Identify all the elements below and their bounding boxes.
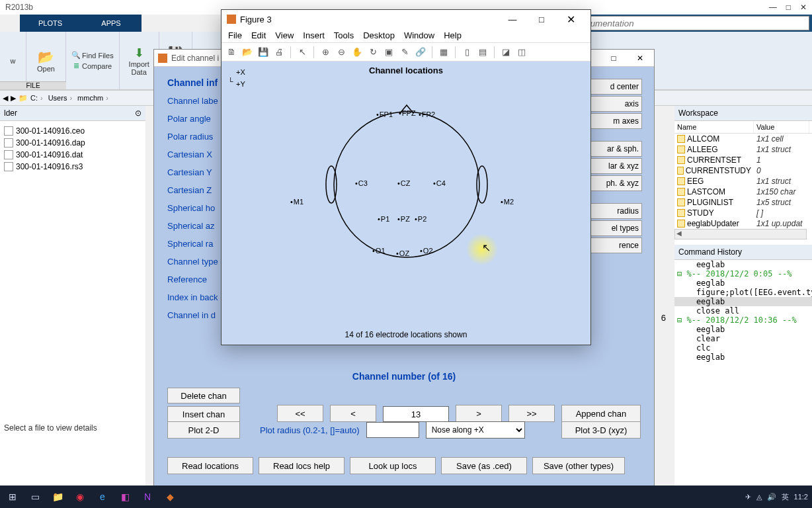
crumb-c[interactable]: C: bbox=[30, 94, 46, 102]
datatip-icon[interactable]: ▣ bbox=[383, 46, 395, 58]
side-button[interactable]: ar & sph. bbox=[583, 141, 642, 157]
print-icon[interactable]: 🖨 bbox=[273, 46, 285, 58]
maximize-icon[interactable]: □ bbox=[786, 3, 791, 12]
save-ced-button[interactable]: Save (as .ced) bbox=[441, 457, 527, 474]
append-chan-button[interactable]: Append chan bbox=[561, 405, 641, 422]
zoom-in-icon[interactable]: ⊕ bbox=[319, 46, 331, 58]
table-row[interactable]: eeglabUpdater1x1 up.updat bbox=[674, 218, 812, 229]
chrome-icon[interactable]: ◉ bbox=[71, 488, 89, 505]
side-button[interactable]: rence bbox=[583, 237, 642, 253]
matlab-tb-icon[interactable]: ◆ bbox=[161, 488, 179, 505]
open-icon[interactable]: 📂 bbox=[38, 49, 54, 65]
save-other-button[interactable]: Save (other types) bbox=[532, 457, 625, 474]
tab-plots[interactable]: PLOTS bbox=[20, 15, 81, 32]
new-icon[interactable]: 🗎 bbox=[225, 46, 237, 58]
side-button[interactable]: radius bbox=[583, 203, 642, 219]
tray-icon[interactable]: ✈ bbox=[745, 493, 751, 501]
scrollbar[interactable] bbox=[674, 229, 807, 239]
clock[interactable]: 11:2 bbox=[794, 493, 808, 501]
compare-button[interactable]: ≣Compare bbox=[71, 62, 112, 71]
legend-icon[interactable]: ▯ bbox=[461, 46, 473, 58]
insert-chan-button[interactable]: Insert chan bbox=[167, 406, 240, 422]
table-row[interactable]: LASTCOM1x150 char bbox=[674, 187, 812, 197]
minimize-icon[interactable]: — bbox=[498, 11, 527, 28]
rotate-icon[interactable]: ↻ bbox=[367, 46, 379, 58]
plot-3d-button[interactable]: Plot 3-D (xyz) bbox=[561, 421, 641, 439]
dock-icon[interactable]: ◪ bbox=[500, 46, 512, 58]
onenote-icon[interactable]: N bbox=[139, 488, 156, 505]
cmdhist-line[interactable]: clear bbox=[674, 334, 812, 343]
close-icon[interactable]: ✕ bbox=[630, 54, 650, 63]
edge-icon[interactable]: e bbox=[94, 488, 111, 505]
channel-number-input[interactable] bbox=[383, 406, 449, 422]
zoom-out-icon[interactable]: ⊖ bbox=[335, 46, 347, 58]
menu-help[interactable]: Help bbox=[444, 30, 462, 40]
taskview-icon[interactable]: ▭ bbox=[26, 488, 44, 505]
import-icon[interactable]: ⬇ bbox=[134, 46, 144, 60]
close-icon[interactable]: ✕ bbox=[800, 3, 807, 12]
prev-button[interactable]: < bbox=[330, 405, 376, 422]
path-fwd-icon[interactable]: ▶ bbox=[11, 94, 16, 103]
menu-file[interactable]: File bbox=[228, 30, 242, 40]
ws-col-name[interactable]: Name bbox=[674, 121, 754, 133]
explorer-icon[interactable]: 📁 bbox=[49, 488, 66, 505]
crumb-mmchm[interactable]: mmchm bbox=[77, 94, 111, 102]
list-item[interactable]: 300-01-140916.ceo bbox=[1, 125, 144, 137]
table-row[interactable]: ALLEEG1x1 struct bbox=[674, 144, 812, 155]
menu-window[interactable]: Window bbox=[404, 30, 434, 40]
colorbar-icon[interactable]: ▦ bbox=[438, 46, 450, 58]
pan-icon[interactable]: ✋ bbox=[351, 46, 363, 58]
minimize-icon[interactable]: — bbox=[769, 3, 777, 12]
undock-icon[interactable]: ◫ bbox=[516, 46, 528, 58]
side-button[interactable]: ph. & xyz bbox=[583, 175, 642, 191]
side-button[interactable]: lar & xyz bbox=[583, 158, 642, 174]
cmdhist-line[interactable]: eeglab bbox=[674, 325, 812, 334]
cmdhist-line[interactable]: eeglab bbox=[674, 297, 812, 306]
tray-icon[interactable]: 🔊 bbox=[767, 493, 776, 501]
find-files-button[interactable]: 🔍Find Files bbox=[71, 51, 114, 60]
cmdhist-line[interactable]: close all bbox=[674, 306, 812, 316]
first-button[interactable]: << bbox=[277, 405, 323, 422]
cmdhist-line[interactable]: eeglab bbox=[674, 278, 812, 288]
table-row[interactable]: CURRENTSET1 bbox=[674, 155, 812, 165]
last-button[interactable]: >> bbox=[508, 405, 555, 422]
table-row[interactable]: PLUGINLIST1x5 struct bbox=[674, 197, 812, 208]
link-icon[interactable]: 🔗 bbox=[415, 46, 426, 58]
list-item[interactable]: 300-01-140916.dat bbox=[1, 149, 144, 161]
table-row[interactable]: ALLCOM1x1 cell bbox=[674, 134, 812, 144]
cmdhist-line[interactable]: figure;plot([EEG.event.ty bbox=[674, 288, 812, 297]
menu-tools[interactable]: Tools bbox=[334, 30, 354, 40]
open-icon[interactable]: 📂 bbox=[241, 46, 253, 58]
list-item[interactable]: 300-01-140916.rs3 bbox=[1, 161, 144, 173]
menu-view[interactable]: View bbox=[275, 30, 294, 40]
ws-col-value[interactable]: Value bbox=[754, 121, 809, 133]
menu-edit[interactable]: Edit bbox=[251, 30, 266, 40]
cmdhist-line[interactable]: eeglab bbox=[674, 260, 812, 269]
table-row[interactable]: STUDY[ ] bbox=[674, 208, 812, 218]
menu-desktop[interactable]: Desktop bbox=[363, 30, 395, 40]
close-icon[interactable]: ✕ bbox=[556, 11, 585, 28]
open-label[interactable]: Open bbox=[37, 65, 55, 73]
start-icon[interactable]: ⊞ bbox=[4, 488, 21, 505]
lookup-locs-button[interactable]: Look up locs bbox=[350, 457, 436, 474]
crumb-users[interactable]: Users bbox=[48, 94, 75, 102]
brush-icon[interactable]: ✎ bbox=[399, 46, 411, 58]
read-locs-help-button[interactable]: Read locs help bbox=[259, 457, 345, 474]
read-locations-button[interactable]: Read locations bbox=[167, 457, 253, 474]
panel-menu-icon[interactable]: ⊙ bbox=[135, 108, 142, 118]
next-button[interactable]: > bbox=[456, 405, 502, 422]
plot-2d-button[interactable]: Plot 2-D bbox=[167, 421, 240, 439]
side-button[interactable]: el types bbox=[583, 220, 642, 236]
import-label[interactable]: Import Data bbox=[129, 60, 149, 76]
folder-icon[interactable]: 📁 bbox=[19, 94, 28, 103]
cmdhist-line[interactable]: clc bbox=[674, 343, 812, 353]
cmdhist-line[interactable]: ⊟ %-- 2018/12/2 10:36 --% bbox=[674, 316, 812, 325]
axes-icon[interactable]: ▤ bbox=[477, 46, 489, 58]
save-icon[interactable]: 💾 bbox=[257, 46, 269, 58]
menu-insert[interactable]: Insert bbox=[303, 30, 325, 40]
maximize-icon[interactable]: □ bbox=[527, 11, 556, 28]
pointer-icon[interactable]: ↖ bbox=[296, 46, 308, 58]
app-icon[interactable]: ◧ bbox=[116, 488, 134, 505]
side-button[interactable]: d center bbox=[583, 79, 642, 95]
path-back-icon[interactable]: ◀ bbox=[3, 94, 8, 103]
